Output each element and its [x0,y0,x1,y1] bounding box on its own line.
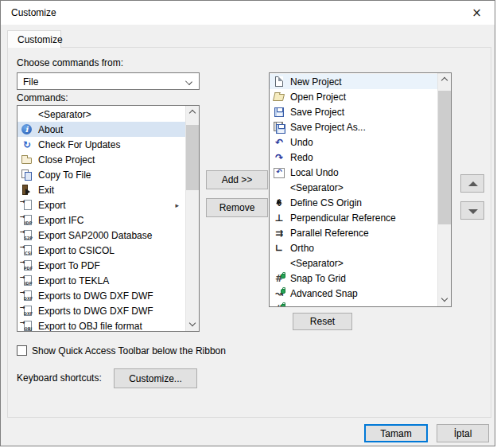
undo-icon: ↶ [273,136,285,149]
commands-source-select[interactable]: File [17,72,200,90]
list-item[interactable]: ⇉Parallel Reference [270,225,437,240]
list-item-label: Parallel Reference [290,228,369,239]
add-button[interactable]: Add >> [206,170,268,189]
list-item-label: Open Project [290,92,346,103]
list-item-label: Export [38,200,66,211]
no-icon [21,108,33,121]
list-item[interactable]: New Project [270,74,437,89]
list-item-label: Ortho [290,243,314,254]
commands-scrollbar[interactable] [185,106,199,331]
list-item[interactable]: # [270,301,437,306]
list-item[interactable]: Exit [17,182,185,197]
separator-item[interactable]: <Separator> [17,107,185,122]
quick-access-below-ribbon-checkbox[interactable] [17,345,27,356]
list-item[interactable]: ∟Ortho [270,240,437,255]
tab-customize[interactable]: Customize [7,30,61,48]
keyboard-shortcuts-label: Keyboard shortcuts: [17,372,102,384]
customize-dialog: Customize × Customize Choose commands fr… [0,0,495,446]
quick-access-rows: New ProjectOpen ProjectSave ProjectSave … [270,73,437,306]
new-project-icon [273,76,285,88]
list-item[interactable]: ↶Undo [270,134,437,150]
snap-to-grid-icon: # [273,302,285,307]
remove-button[interactable]: Remove [206,198,268,217]
perpendicular-icon: ⊥ [273,212,285,224]
arrow-down-icon [468,209,478,214]
list-item-label: Export to CSICOL [38,245,115,256]
list-item[interactable]: →DXFExports to DWG DXF DWF [17,288,185,303]
submenu-arrow-icon: ▸ [175,201,179,209]
quick-access-scrollbar[interactable] [437,73,451,306]
list-item[interactable]: →PDFExport To PDF [17,258,185,273]
list-item[interactable]: Save Project As... [270,119,437,134]
doc-export-icon: →DXF [21,305,33,317]
list-item-label: Check For Updates [38,139,120,150]
scroll-down-icon[interactable] [186,318,200,331]
list-item[interactable]: →IDPExport IFC [17,212,185,228]
ortho-icon: ∟ [273,242,285,255]
close-project-icon [21,154,33,166]
list-item[interactable]: →CSIExport to CSICOL [17,243,185,258]
snap-to-grid-icon: # [273,272,285,285]
list-item-label: Save Project [290,107,344,118]
arrow-up-icon [468,181,478,186]
save-project-icon [273,106,285,119]
list-item[interactable]: →OBJExport to OBJ file format [17,318,185,331]
list-item[interactable]: ⊥Perpendicular Reference [270,210,437,225]
scroll-up-icon[interactable] [438,73,452,86]
list-item[interactable]: →DXFExports to DWG DXF DWF [17,303,185,318]
move-up-button[interactable] [460,174,484,193]
doc-export-icon: →PDF [21,259,33,272]
list-item[interactable]: #Snap To Grid [270,271,437,286]
list-item[interactable]: ↝Advanced Snap [270,286,437,301]
list-item[interactable]: Close Project [17,152,185,167]
list-item[interactable]: ↶Local Undo [270,165,437,180]
list-item-label: Undo [290,137,313,148]
cancel-button[interactable]: İptal [437,424,489,442]
list-item[interactable]: ↻Check For Updates [17,137,185,152]
reset-button[interactable]: Reset [293,313,352,330]
keyboard-customize-button[interactable]: Customize... [114,368,197,388]
list-item-label: Copy To File [38,169,91,181]
list-item[interactable]: →Export▸ [17,197,185,212]
define-cs-origin-icon: ⇕ [273,197,285,209]
scrollbar-thumb[interactable] [438,91,452,224]
window-title: Customize [11,7,56,18]
list-item-label: Exports to DWG DXF DWF [38,290,153,302]
list-item-label: New Project [290,76,342,88]
separator-item[interactable]: <Separator> [270,180,437,195]
list-item[interactable]: →IDPExport to TEKLA [17,273,185,288]
exit-icon [21,184,33,197]
close-button[interactable]: × [459,1,495,25]
list-item[interactable]: Save Project [270,104,437,119]
advanced-snap-icon: ↝ [273,287,285,300]
list-item-label: Export IFC [38,215,83,226]
redo-icon: ↷ [273,151,285,164]
list-item-label: Local Undo [290,167,339,178]
list-item-label: Exports to DWG DXF DWF [38,306,153,317]
scrollbar-thumb[interactable] [186,125,200,190]
list-item-label: Close Project [38,154,95,166]
list-item-label: <Separator> [290,182,344,193]
scroll-down-icon[interactable] [438,294,452,306]
scroll-up-icon[interactable] [186,106,200,119]
list-item[interactable]: ↷Redo [270,150,437,165]
doc-export-icon: →OBJ [21,320,33,332]
list-item-label: Perpendicular Reference [290,212,396,224]
list-item[interactable]: ⇕Define CS Origin [270,195,437,210]
ok-button[interactable]: Tamam [364,424,428,442]
list-item[interactable]: Open Project [270,89,437,104]
no-icon [273,181,285,194]
list-item[interactable]: →S2PExport SAP2000 Database [17,228,185,243]
list-item-label: <Separator> [290,258,344,269]
move-down-button[interactable] [460,201,484,220]
list-item-label: Define CS Origin [290,197,362,208]
separator-item[interactable]: <Separator> [270,255,437,271]
list-item[interactable]: Copy To File [17,167,185,182]
doc-export-icon: →S2P [21,229,33,242]
list-item[interactable]: iAbout [17,122,185,137]
list-item-label: Snap To Grid [290,273,346,284]
export-icon: → [21,199,33,212]
list-item-label: About [38,124,63,135]
list-item-label: Redo [290,152,313,163]
list-item-label: <Separator> [38,109,91,120]
